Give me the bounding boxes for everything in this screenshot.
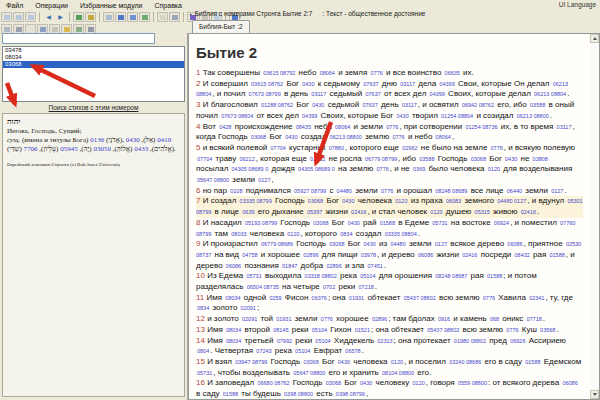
strong-number-link[interactable]: 01254 08736 (465, 124, 497, 130)
strong-number-link[interactable]: 05437 08802 (404, 295, 436, 301)
lexicon-ref-link[interactable]: 7706 (24, 145, 38, 153)
strong-number-link[interactable]: 08064 (320, 70, 335, 76)
strong-number-link[interactable]: 08248 08687 (435, 273, 467, 279)
strong-number-link[interactable]: 02962 (402, 145, 417, 151)
strong-number-link[interactable]: 05437 08802 (427, 327, 459, 333)
strong-number-link[interactable]: 02341 (529, 295, 544, 301)
strong-number-link[interactable]: 06504 08735 (247, 284, 279, 290)
menu-item-0[interactable]: Файл (0, 2, 29, 9)
strong-number-link[interactable]: 07637 (362, 102, 377, 108)
strong-number-item-03478[interactable]: 03478 (3, 47, 184, 54)
strong-number-link[interactable]: 08034 (226, 327, 241, 333)
verse-number[interactable]: 16 (196, 378, 207, 387)
strong-number-link[interactable]: 02091 (241, 305, 256, 311)
strong-number-link[interactable]: 05104 (295, 348, 310, 354)
strong-number-link[interactable]: 0120 (391, 359, 403, 365)
strong-number-link[interactable]: 0776 (321, 316, 333, 322)
strong-number-link[interactable]: 07243 (256, 348, 271, 354)
strong-number-link[interactable]: 07704 (271, 145, 286, 151)
strong-number-link[interactable]: 0430 (396, 113, 408, 119)
print-icon[interactable] (169, 12, 180, 22)
strong-number-link[interactable]: 0430 (360, 380, 372, 386)
strong-number-link[interactable]: 03588 (419, 156, 434, 162)
verse-number[interactable]: 13 (196, 325, 207, 334)
strong-number-item-03068[interactable]: 03068 (3, 61, 184, 68)
strong-number-link[interactable]: 02896 (372, 316, 387, 322)
module-menu-icon[interactable]: ▪ (190, 11, 192, 17)
lexicon-ref-link[interactable]: 03050 (93, 145, 111, 153)
strong-number-link[interactable]: 05104 (312, 327, 327, 333)
strong-number-link[interactable]: 04305 08689 0 (232, 166, 269, 172)
strong-number-link[interactable]: 06086 (226, 263, 241, 269)
strong-number-link[interactable]: 01980 08802 (454, 338, 486, 344)
new-window-icon[interactable] (1, 12, 12, 22)
strong-number-link[interactable]: 05927 08799 (294, 188, 326, 194)
ui-language-button[interactable]: UI Language (559, 1, 596, 8)
strong-number-link[interactable]: 05397 (307, 209, 322, 215)
strong-number-link[interactable]: 03068 (329, 241, 344, 247)
strong-number-link[interactable]: 06924 (494, 220, 509, 226)
verse-number[interactable]: 14 (196, 336, 207, 345)
compare-icon[interactable] (127, 12, 138, 22)
strong-numbers-list[interactable]: 034780803403068 (2, 46, 185, 102)
strong-number-link[interactable]: 05193 08799 (245, 220, 277, 226)
strong-number-link[interactable]: 03947 08799 (235, 359, 267, 365)
strong-number-link[interactable]: 06578 (345, 348, 360, 354)
strong-number-link[interactable]: 03808 (533, 156, 548, 162)
strong-number-link[interactable]: 07637 (366, 91, 381, 97)
back-icon[interactable]: ◀ (43, 12, 54, 22)
strong-number-link[interactable]: 06083 (446, 198, 461, 204)
verse-number[interactable]: 7 (196, 196, 203, 205)
strong-number-link[interactable]: 01847 (282, 263, 297, 269)
strong-number-link[interactable]: 02416 (351, 209, 366, 215)
strong-number-link[interactable]: 03068 (313, 220, 328, 226)
strong-number-link[interactable]: 0639 (242, 209, 254, 215)
strong-number-link[interactable]: 01588 (525, 359, 540, 365)
strong-number-link[interactable]: 0369 (413, 166, 425, 172)
strong-number-link[interactable]: 0804 (197, 348, 209, 354)
cross-reference-icon[interactable] (37, 24, 48, 34)
strong-number-link[interactable]: 03978 (361, 252, 376, 258)
cascade-windows-icon[interactable] (25, 12, 36, 22)
strong-number-link[interactable]: 03335 08799 (240, 198, 272, 204)
strong-number-link[interactable]: 0120 (430, 209, 442, 215)
strong-number-link[interactable]: 03117 (402, 102, 417, 108)
verse-number[interactable]: 10 (196, 271, 207, 280)
strong-number-link[interactable]: 08248 08689 (435, 188, 467, 194)
strong-number-link[interactable]: 03615 08762 (251, 81, 283, 87)
strong-number-link[interactable]: 07218 (359, 284, 374, 290)
tab-bible-genesis[interactable]: Библия-Быт :2 (192, 20, 250, 33)
select-verses-icon[interactable] (115, 12, 126, 22)
tree-view-icon[interactable] (73, 24, 84, 34)
strong-number-link[interactable]: 02313 (377, 338, 392, 344)
strong-number-link[interactable]: 0834 (197, 305, 209, 311)
strong-number-link[interactable]: 01588 (380, 220, 395, 226)
strong-number-link[interactable]: 04480 0127 (497, 198, 526, 204)
verse-number[interactable]: 1 (196, 68, 203, 77)
strong-number-link[interactable]: 01931 (276, 316, 291, 322)
strong-number-link[interactable]: 02896 (326, 263, 341, 269)
strong-number-link[interactable]: 05104 (360, 273, 375, 279)
lexicon-ref-link[interactable]: 0430 (126, 136, 140, 144)
strong-number-link[interactable]: 02416 (521, 209, 536, 215)
strong-number-link[interactable]: 0120 (413, 380, 425, 386)
library-icon[interactable] (13, 24, 24, 34)
folder-icon[interactable] (61, 24, 72, 34)
strongs-lexicon-icon[interactable] (49, 24, 60, 34)
strong-number-link[interactable]: 05731 (246, 273, 261, 279)
verse-number[interactable]: 4 (196, 122, 203, 131)
strong-number-link[interactable]: 08064 (335, 124, 350, 130)
strong-number-link[interactable]: 0776 (377, 166, 389, 172)
copy-icon[interactable] (103, 12, 114, 22)
verse-number[interactable]: 5 (196, 143, 203, 152)
verse-number[interactable]: 8 (196, 218, 203, 227)
strong-number-link[interactable]: 03588 (530, 102, 545, 108)
strong-number-link[interactable]: 01521 (355, 327, 370, 333)
strong-number-link[interactable]: 07451 (368, 263, 383, 269)
strong-number-link[interactable]: 02416 (462, 252, 477, 258)
strong-number-link[interactable]: 05315 (475, 209, 490, 215)
strong-number-link[interactable]: 01588 (223, 391, 238, 397)
strong-number-link[interactable]: 07992 (277, 338, 292, 344)
strong-number-link[interactable]: 0127 (551, 188, 563, 194)
strong-number-link[interactable]: 07704 (197, 156, 212, 162)
